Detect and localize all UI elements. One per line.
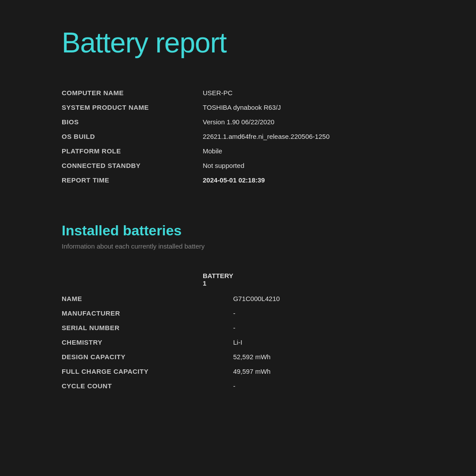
- battery-info-row: MANUFACTURER-: [62, 306, 414, 320]
- battery-info-value: -: [233, 320, 414, 335]
- system-info-row: OS BUILD22621.1.amd64fre.ni_release.2205…: [62, 129, 414, 144]
- system-info-row: REPORT TIME2024-05-01 02:18:39: [62, 173, 414, 187]
- battery-info-row: DESIGN CAPACITY52,592 mWh: [62, 350, 414, 364]
- system-info-label: BIOS: [62, 115, 203, 129]
- system-info-row: CONNECTED STANDBYNot supported: [62, 158, 414, 173]
- installed-batteries-title: Installed batteries: [62, 223, 414, 239]
- system-info-label: PLATFORM ROLE: [62, 144, 203, 158]
- page-title: Battery report: [62, 26, 414, 59]
- battery-info-row: CYCLE COUNT-: [62, 379, 414, 393]
- battery-info-row: FULL CHARGE CAPACITY49,597 mWh: [62, 364, 414, 379]
- battery-info-value: -: [233, 379, 414, 393]
- system-info-row: PLATFORM ROLEMobile: [62, 144, 414, 158]
- system-info-row: COMPUTER NAMEUSER-PC: [62, 86, 414, 100]
- system-info-value: Not supported: [203, 158, 414, 173]
- system-info-row: SYSTEM PRODUCT NAMETOSHIBA dynabook R63/…: [62, 100, 414, 115]
- battery-info-label: FULL CHARGE CAPACITY: [62, 364, 233, 379]
- installed-batteries-subtitle: Information about each currently install…: [62, 242, 414, 250]
- battery-info-table: BATTERY 1 NAMEG71C000L4210MANUFACTURER-S…: [62, 268, 414, 393]
- battery-info-value: -: [233, 306, 414, 320]
- battery-info-label: CHEMISTRY: [62, 335, 233, 350]
- battery-info-value: 49,597 mWh: [233, 364, 414, 379]
- battery-info-label: CYCLE COUNT: [62, 379, 233, 393]
- system-info-label: OS BUILD: [62, 129, 203, 144]
- battery-info-row: NAMEG71C000L4210: [62, 291, 414, 306]
- battery-info-label: NAME: [62, 291, 233, 306]
- battery-info-label: DESIGN CAPACITY: [62, 350, 233, 364]
- battery-info-label: SERIAL NUMBER: [62, 320, 233, 335]
- system-info-label: COMPUTER NAME: [62, 86, 203, 100]
- battery-info-row: CHEMISTRYLi-I: [62, 335, 414, 350]
- battery-info-label: MANUFACTURER: [62, 306, 233, 320]
- system-info-label: SYSTEM PRODUCT NAME: [62, 100, 203, 115]
- system-info-label: REPORT TIME: [62, 173, 203, 187]
- battery-info-row: SERIAL NUMBER-: [62, 320, 414, 335]
- system-info-value: TOSHIBA dynabook R63/J: [203, 100, 414, 115]
- system-info-value: 22621.1.amd64fre.ni_release.220506-1250: [203, 129, 414, 144]
- system-info-value: Version 1.90 06/22/2020: [203, 115, 414, 129]
- system-info-value: 2024-05-01 02:18:39: [203, 173, 414, 187]
- system-info-table: COMPUTER NAMEUSER-PCSYSTEM PRODUCT NAMET…: [62, 86, 414, 187]
- system-info-value: Mobile: [203, 144, 414, 158]
- battery-info-value: Li-I: [233, 335, 414, 350]
- system-info-value: USER-PC: [203, 86, 414, 100]
- system-info-label: CONNECTED STANDBY: [62, 158, 203, 173]
- system-info-row: BIOSVersion 1.90 06/22/2020: [62, 115, 414, 129]
- battery-column-header: BATTERY 1: [62, 268, 233, 291]
- battery-info-value: G71C000L4210: [233, 291, 414, 306]
- battery-info-value: 52,592 mWh: [233, 350, 414, 364]
- installed-batteries-section: Installed batteries Information about ea…: [62, 223, 414, 393]
